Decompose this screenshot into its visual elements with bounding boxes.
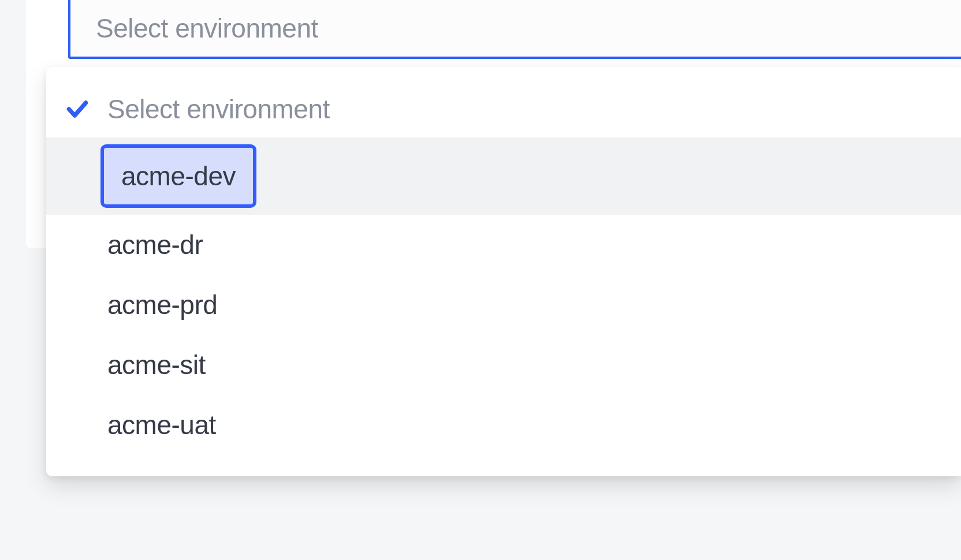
dropdown-option-acme-dev[interactable]: acme-dev [46, 137, 961, 215]
highlight-box: acme-dev [100, 144, 256, 208]
dropdown-option-acme-sit[interactable]: acme-sit [46, 335, 961, 395]
dropdown-option-label: acme-sit [107, 349, 206, 380]
dropdown-option-label: acme-uat [107, 409, 216, 440]
dropdown-option-label: acme-prd [107, 289, 217, 320]
dropdown-option-acme-prd[interactable]: acme-prd [46, 275, 961, 335]
dropdown-option-label: acme-dev [121, 161, 236, 191]
dropdown-option-label: acme-dr [107, 229, 203, 260]
dropdown-option-label: Select environment [107, 94, 330, 125]
dropdown-option-acme-dr[interactable]: acme-dr [46, 215, 961, 275]
environment-select-placeholder: Select environment [96, 13, 318, 44]
environment-select-trigger[interactable]: Select environment [68, 0, 961, 59]
check-column [64, 96, 91, 122]
environment-dropdown-panel: Select environmentacme-devacme-dracme-pr… [46, 67, 961, 476]
check-icon [65, 96, 90, 122]
dropdown-placeholder-option[interactable]: Select environment [46, 84, 961, 137]
dropdown-option-acme-uat[interactable]: acme-uat [46, 395, 961, 455]
